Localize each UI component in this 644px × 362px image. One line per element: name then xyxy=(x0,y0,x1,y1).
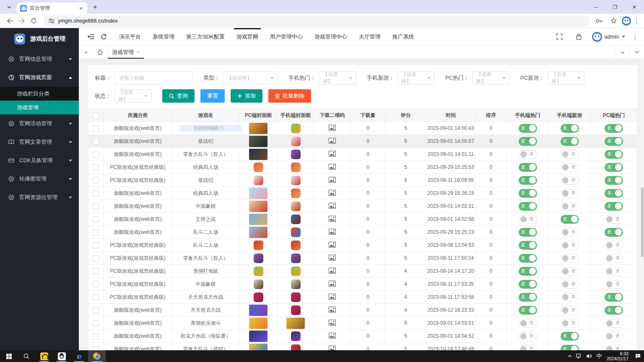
forward-icon[interactable] xyxy=(16,15,28,27)
browser-menu-icon[interactable]: ⋮ xyxy=(634,17,640,25)
filter-select-1[interactable]: 【请选择】 xyxy=(223,71,278,85)
header-more-icon[interactable]: ⋮ xyxy=(632,33,638,41)
lock-icon[interactable] xyxy=(573,31,585,43)
cover-thumbnail[interactable] xyxy=(291,228,301,237)
toggle-off[interactable]: 否 xyxy=(561,280,579,289)
batch-delete-button[interactable]: 批量删除 xyxy=(268,89,311,103)
cover-thumbnail[interactable] xyxy=(291,189,301,198)
browser-profile-avatar[interactable] xyxy=(622,16,631,26)
toggle-on[interactable]: 是 xyxy=(561,332,579,341)
window-close-button[interactable]: ✕ xyxy=(625,0,644,14)
cover-thumbnail[interactable] xyxy=(249,305,267,316)
toggle-on[interactable]: 是 xyxy=(605,176,623,185)
qr-image-placeholder-icon[interactable] xyxy=(329,152,336,158)
sidebar-subitem-1-1[interactable]: 游戏管理 xyxy=(0,101,79,114)
toggle-on[interactable]: 是 xyxy=(519,267,537,276)
toggle-on[interactable]: 是 xyxy=(519,202,537,211)
cover-thumbnail[interactable] xyxy=(291,279,301,289)
cover-thumbnail[interactable] xyxy=(291,215,301,224)
cover-thumbnail[interactable] xyxy=(254,266,263,276)
cover-thumbnail[interactable] xyxy=(249,318,267,329)
cover-thumbnail[interactable] xyxy=(291,253,301,263)
toggle-off[interactable]: 否 xyxy=(605,215,623,224)
start-button[interactable] xyxy=(0,350,18,362)
toggle-off[interactable]: 否 xyxy=(519,332,537,341)
top-nav-item-2[interactable]: 第三方SDK配置 xyxy=(180,28,231,45)
toggle-off[interactable]: 否 xyxy=(561,163,579,172)
toggle-off[interactable]: 否 xyxy=(561,293,579,302)
taskbar-search-icon[interactable] xyxy=(18,350,35,362)
browser-tab[interactable]: 后台管理 × xyxy=(17,3,87,14)
toggle-off[interactable]: 否 xyxy=(561,241,579,250)
top-nav-item-4[interactable]: 用户管理中心 xyxy=(264,28,309,45)
qr-image-placeholder-icon[interactable] xyxy=(329,347,336,351)
row-checkbox[interactable] xyxy=(93,294,99,300)
filter-select-2[interactable]: 【请选择】 xyxy=(319,71,356,85)
toggle-off[interactable]: 否 xyxy=(561,202,579,211)
taskbar-app-edge[interactable]: e xyxy=(70,350,88,362)
qr-image-placeholder-icon[interactable] xyxy=(329,269,336,275)
toggle-on[interactable]: 是 xyxy=(519,254,537,263)
cover-thumbnail[interactable] xyxy=(254,279,263,289)
page-tab-game-management[interactable]: 游戏管理 × xyxy=(107,46,144,59)
reload-icon[interactable] xyxy=(28,15,39,27)
row-checkbox[interactable] xyxy=(93,333,99,339)
toggle-off[interactable]: 否 xyxy=(605,241,623,250)
cover-thumbnail[interactable] xyxy=(254,163,263,172)
sidebar-item-3[interactable]: 官网文章管理 xyxy=(0,133,79,151)
select-all-checkbox[interactable] xyxy=(93,112,99,119)
top-nav-item-0[interactable]: 演示平台 xyxy=(113,28,147,45)
qr-image-placeholder-icon[interactable] xyxy=(329,217,336,223)
toggle-off[interactable]: 否 xyxy=(561,254,579,263)
refresh-page-icon[interactable] xyxy=(97,31,110,43)
toggle-on[interactable]: 是 xyxy=(519,176,537,185)
cover-thumbnail[interactable] xyxy=(254,240,263,250)
taskbar-app-pc-manager[interactable] xyxy=(35,350,53,362)
cover-thumbnail[interactable] xyxy=(291,305,301,315)
scrollbar-thumb[interactable] xyxy=(641,187,644,257)
row-checkbox[interactable] xyxy=(93,320,99,326)
toggle-off[interactable]: 否 xyxy=(561,267,579,276)
toggle-off[interactable]: 否 xyxy=(605,345,623,351)
qr-image-placeholder-icon[interactable] xyxy=(329,230,336,236)
toggle-on[interactable]: 是 xyxy=(519,241,537,250)
tabs-menu-icon[interactable] xyxy=(630,46,644,59)
tray-expand-icon[interactable] xyxy=(566,355,574,357)
toggle-on[interactable]: 是 xyxy=(605,293,623,302)
toggle-off[interactable]: 否 xyxy=(561,150,579,159)
network-icon[interactable] xyxy=(574,354,584,359)
toggle-on[interactable]: 是 xyxy=(605,189,623,198)
query-button[interactable]: 查询 xyxy=(162,89,195,103)
top-nav-item-7[interactable]: 推广系统 xyxy=(387,28,420,45)
cover-thumbnail[interactable] xyxy=(249,214,267,225)
row-checkbox[interactable] xyxy=(93,138,99,145)
cover-thumbnail[interactable] xyxy=(291,124,301,133)
toggle-on[interactable]: 是 xyxy=(561,215,579,224)
add-button[interactable]: 添加 xyxy=(231,89,262,103)
toggle-on[interactable]: 是 xyxy=(561,124,579,133)
toggle-off[interactable]: 否 xyxy=(519,215,537,224)
toggle-off[interactable]: 否 xyxy=(561,189,579,198)
qr-image-placeholder-icon[interactable] xyxy=(329,165,336,171)
filter-select-5[interactable]: 【请选择】 xyxy=(548,71,584,85)
top-nav-item-1[interactable]: 系统管理 xyxy=(147,28,180,45)
qr-image-placeholder-icon[interactable] xyxy=(329,321,336,327)
qr-image-placeholder-icon[interactable] xyxy=(329,295,336,301)
toggle-off[interactable]: 否 xyxy=(519,319,537,328)
toggle-on[interactable]: 是 xyxy=(561,137,579,146)
cover-thumbnail[interactable] xyxy=(286,318,305,329)
cover-thumbnail[interactable] xyxy=(291,266,301,276)
page-tab-close-icon[interactable]: × xyxy=(137,49,140,55)
reset-button[interactable]: 重置 xyxy=(200,89,225,103)
cover-thumbnail[interactable] xyxy=(254,176,263,185)
row-checkbox[interactable] xyxy=(93,268,99,274)
sidebar-item-2[interactable]: 官网活动管理 xyxy=(0,114,79,133)
toggle-off[interactable]: 否 xyxy=(605,267,623,276)
toggle-on[interactable]: 是 xyxy=(519,137,537,146)
cover-thumbnail[interactable] xyxy=(291,137,301,146)
toggle-on[interactable]: 是 xyxy=(519,228,537,237)
cover-thumbnail[interactable] xyxy=(249,136,267,147)
toggle-on[interactable]: 是 xyxy=(605,202,623,211)
toggle-off[interactable]: 否 xyxy=(605,280,623,289)
cover-thumbnail[interactable] xyxy=(249,201,267,212)
